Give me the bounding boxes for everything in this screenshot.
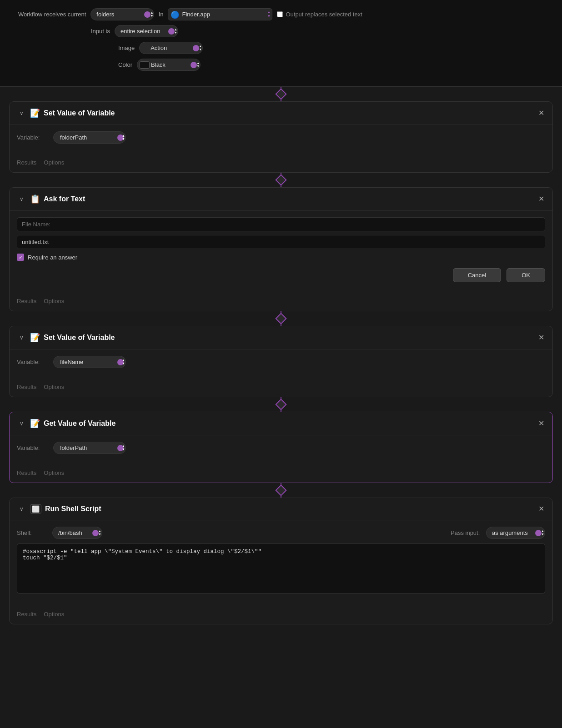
output-replaces-label[interactable]: Output replaces selected text: [277, 11, 362, 18]
card4-icon: 📝: [30, 419, 40, 429]
color-select-wrapper[interactable]: Black ▲ ▼: [137, 59, 201, 71]
card1-collapse-btn[interactable]: ∨: [17, 110, 26, 116]
connector-1: [0, 87, 562, 101]
card4-variable-row: Variable: folderPath ▲ ▼: [17, 442, 545, 454]
card1-options-tab[interactable]: Options: [44, 158, 64, 167]
card2-require-checkbox[interactable]: ✓: [17, 254, 24, 261]
card4-title: Get Value of Variable: [44, 419, 534, 428]
card5-shell-row: Shell: /bin/bash ▲ ▼ Pass input: as argu…: [17, 527, 545, 539]
card2-body: ✓ Require an answer Cancel OK: [10, 211, 552, 293]
card1-close-btn[interactable]: ✕: [537, 110, 545, 117]
workflow-label: Workflow receives current: [18, 11, 86, 18]
card5-body: Shell: /bin/bash ▲ ▼ Pass input: as argu…: [10, 520, 552, 606]
card3-title: Set Value of Variable: [44, 334, 534, 342]
card1-results-tab[interactable]: Results: [17, 158, 36, 167]
output-replaces-checkbox[interactable]: [277, 11, 283, 17]
image-label: Image: [118, 45, 135, 51]
card3-close-btn[interactable]: ✕: [537, 334, 545, 341]
card5-pass-input-select-wrapper[interactable]: as arguments ▲ ▼: [486, 527, 545, 539]
card-ask-for-text: ∨ 📋 Ask for Text ✕ ✓ Require an answer C…: [9, 187, 553, 311]
card1-body: Variable: folderPath ▲ ▼: [10, 125, 552, 155]
connector-2: [0, 173, 562, 187]
card1-header: ∨ 📝 Set Value of Variable ✕: [10, 102, 552, 125]
card1-icon: 📝: [30, 108, 40, 118]
card2-require-row: ✓ Require an answer: [17, 254, 545, 261]
card5-pass-input-select[interactable]: as arguments: [486, 527, 545, 539]
card2-filename-label[interactable]: [17, 217, 545, 231]
card4-close-btn[interactable]: ✕: [537, 420, 545, 427]
card2-icon: 📋: [30, 194, 40, 204]
card4-variable-value[interactable]: folderPath: [53, 442, 126, 454]
card4-body: Variable: folderPath ▲ ▼: [10, 435, 552, 465]
card2-dialog-buttons: Cancel OK: [17, 268, 545, 282]
card2-options-tab[interactable]: Options: [44, 297, 64, 305]
card5-close-btn[interactable]: ✕: [537, 505, 545, 513]
folders-select-wrapper[interactable]: folders ▲ ▼: [90, 8, 154, 20]
card3-variable-value[interactable]: fileName: [53, 356, 126, 368]
image-row: Image Action ▲ ▼: [18, 42, 544, 54]
card2-results-tab[interactable]: Results: [17, 297, 36, 305]
card1-variable-row: Variable: folderPath ▲ ▼: [17, 131, 545, 144]
image-select-wrapper[interactable]: Action ▲ ▼: [139, 42, 203, 54]
card4-options-tab[interactable]: Options: [44, 469, 64, 477]
card3-body: Variable: fileName ▲ ▼: [10, 349, 552, 379]
card2-collapse-btn[interactable]: ∨: [17, 196, 26, 202]
card4-variable-label: Variable:: [17, 444, 49, 451]
card2-close-btn[interactable]: ✕: [537, 195, 545, 203]
card4-collapse-btn[interactable]: ∨: [17, 420, 26, 427]
card4-results-tab[interactable]: Results: [17, 469, 36, 477]
card2-footer: Results Options: [10, 293, 552, 311]
card-set-variable-2: ∨ 📝 Set Value of Variable ✕ Variable: fi…: [9, 326, 553, 397]
color-swatch: [140, 61, 150, 69]
card3-var-pill-wrapper[interactable]: fileName ▲ ▼: [53, 356, 126, 368]
card5-shell-label: Shell:: [17, 529, 49, 536]
card-set-variable-1: ∨ 📝 Set Value of Variable ✕ Variable: fo…: [9, 101, 553, 173]
workflow-row: Workflow receives current folders ▲ ▼ in…: [18, 8, 544, 20]
card3-options-tab[interactable]: Options: [44, 383, 64, 391]
card5-collapse-btn[interactable]: ∨: [17, 506, 26, 512]
card4-var-pill-wrapper[interactable]: folderPath ▲ ▼: [53, 442, 126, 454]
card1-footer: Results Options: [10, 155, 552, 172]
finder-select-wrapper[interactable]: 🔵 Finder.app ▲ ▼: [168, 8, 272, 20]
card-get-variable: ∨ 📝 Get Value of Variable ✕ Variable: fo…: [9, 412, 553, 483]
input-select[interactable]: entire selection: [115, 25, 178, 37]
card4-header: ∨ 📝 Get Value of Variable ✕: [10, 412, 552, 435]
card2-default-value[interactable]: [17, 235, 545, 249]
card5-icon: ⬜: [30, 504, 41, 514]
input-row: Input is entire selection ▲ ▼: [18, 25, 544, 37]
card5-pass-input-right: Pass input: as arguments ▲ ▼: [451, 527, 545, 539]
finder-select[interactable]: Finder.app: [168, 8, 272, 20]
card5-shell-left: Shell: /bin/bash ▲ ▼: [17, 527, 102, 539]
card1-title: Set Value of Variable: [44, 109, 534, 117]
card5-pass-input-label: Pass input:: [451, 529, 482, 536]
card1-variable-value[interactable]: folderPath: [53, 131, 126, 144]
input-select-wrapper[interactable]: entire selection ▲ ▼: [115, 25, 178, 37]
card3-collapse-btn[interactable]: ∨: [17, 334, 26, 341]
connector-4: [0, 397, 562, 412]
card4-footer: Results Options: [10, 465, 552, 483]
card2-cancel-btn[interactable]: Cancel: [453, 268, 501, 282]
card5-results-tab[interactable]: Results: [17, 610, 36, 618]
image-select[interactable]: Action: [139, 42, 203, 54]
card3-variable-label: Variable:: [17, 359, 49, 365]
card3-icon: 📝: [30, 333, 40, 343]
connector-diamond-2: [275, 174, 286, 185]
card5-shell-select-wrapper[interactable]: /bin/bash ▲ ▼: [52, 527, 102, 539]
finder-icon: 🔵: [171, 10, 180, 19]
card3-footer: Results Options: [10, 379, 552, 397]
top-section: Workflow receives current folders ▲ ▼ in…: [0, 0, 562, 87]
card1-variable-label: Variable:: [17, 134, 49, 141]
card5-options-tab[interactable]: Options: [44, 610, 64, 618]
card2-ok-btn[interactable]: OK: [507, 268, 545, 282]
card5-shell-select[interactable]: /bin/bash: [52, 527, 102, 539]
card-run-shell-script: ∨ ⬜ Run Shell Script ✕ Shell: /bin/bash …: [9, 498, 553, 624]
finder-stepper: ▲ ▼: [267, 10, 271, 19]
connector-5: [0, 483, 562, 498]
card3-results-tab[interactable]: Results: [17, 383, 36, 391]
color-label: Color: [118, 61, 132, 68]
card5-header: ∨ ⬜ Run Shell Script ✕: [10, 498, 552, 520]
card1-var-pill-wrapper[interactable]: folderPath ▲ ▼: [53, 131, 126, 144]
folders-select[interactable]: folders: [90, 8, 154, 20]
color-row: Color Black ▲ ▼: [18, 59, 544, 71]
card5-code-area[interactable]: [17, 544, 545, 593]
